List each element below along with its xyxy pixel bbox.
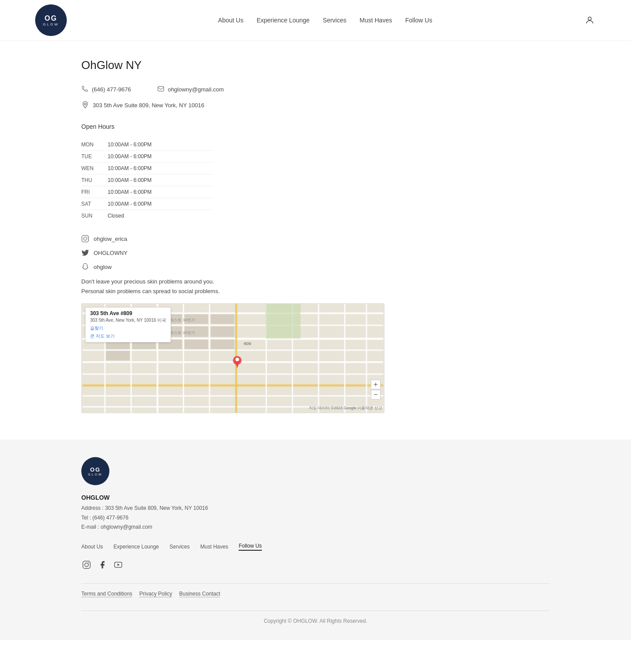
svg-rect-3: [82, 236, 89, 242]
footer-instagram-icon[interactable]: [81, 559, 92, 570]
footer-youtube-icon[interactable]: [113, 559, 123, 570]
svg-rect-24: [318, 304, 319, 413]
logo-og-text: OG: [45, 15, 58, 22]
hours-mon: 10:00AM - 6:00PM: [108, 142, 152, 148]
hours-sat: 10:00AM - 6:00PM: [108, 201, 152, 207]
header: OG GLOW About Us Experience Lounge Servi…: [0, 0, 631, 41]
footer-logo-glow: GLOW: [88, 473, 102, 476]
zoom-in-button[interactable]: +: [371, 380, 381, 389]
footer-tel: (646) 477-9676: [92, 515, 128, 521]
map-location-addr: 303 5th Ave, New York, NY 10016 미국: [90, 317, 166, 323]
svg-rect-10: [83, 349, 383, 351]
footer-nav-follow[interactable]: Follow Us: [239, 543, 262, 551]
email-address: ohglowny@gmail.com: [168, 86, 224, 93]
svg-point-52: [88, 563, 89, 563]
footer-nav-experience[interactable]: Experience Lounge: [113, 544, 159, 550]
day-mon: MON: [81, 142, 108, 148]
user-account-icon[interactable]: [584, 14, 596, 26]
footer-info: Address : 303 5th Ave Suite 809, New Yor…: [81, 504, 550, 532]
nav-experience[interactable]: Experience Lounge: [257, 17, 310, 24]
snapchat-icon: [81, 263, 89, 271]
nav-services[interactable]: Services: [323, 17, 347, 24]
logo[interactable]: OG GLOW: [35, 4, 67, 36]
map-info-box[interactable]: 303 5th Ave #809 303 5th Ave, New York, …: [85, 307, 171, 342]
hours-tue: 10:00AM - 6:00PM: [108, 153, 152, 160]
footer-copyright: Copyright © OHGLOW. All Rights Reserved.: [81, 610, 550, 631]
hours-thu: 10:00AM - 6:00PM: [108, 177, 152, 183]
svg-rect-37: [210, 327, 234, 337]
footer-logo[interactable]: OG GLOW: [81, 457, 109, 485]
hours-table: MON 10:00AM - 6:00PM TUE 10:00AM - 6:00P…: [81, 139, 213, 222]
twitter-handle: OHGLOWNY: [94, 250, 127, 256]
svg-rect-14: [83, 396, 383, 397]
hours-row-thu: THU 10:00AM - 6:00PM: [81, 174, 213, 186]
svg-rect-1: [158, 87, 163, 91]
business-contact-link[interactable]: Business Contact: [179, 591, 220, 597]
svg-point-51: [85, 563, 88, 567]
footer-logo-og: OG: [90, 466, 101, 473]
day-sat: SAT: [81, 201, 108, 207]
footer-address: 303 5th Ave Suite 809, New York, NY 1001…: [105, 505, 208, 511]
svg-rect-13: [83, 385, 383, 387]
logo-glow-text: GLOW: [43, 22, 59, 26]
privacy-link[interactable]: Privacy Policy: [139, 591, 172, 597]
svg-marker-54: [117, 563, 120, 566]
footer-nav-about[interactable]: About Us: [81, 544, 103, 550]
footer-legal: Terms and Conditions Privacy Policy Busi…: [81, 591, 550, 597]
hours-row-fri: FRI 10:00AM - 6:00PM: [81, 186, 213, 198]
day-thu: THU: [81, 177, 108, 183]
instagram-icon: [81, 235, 89, 243]
svg-text:해스트 33번가: 해스트 33번가: [170, 331, 195, 335]
address-text: 303 5th Ave Suite 809, New York, NY 1001…: [93, 102, 204, 109]
snapchat-handle: ohglow: [94, 264, 112, 270]
zoom-out-button[interactable]: −: [371, 390, 381, 400]
map-large-view-link[interactable]: 큰 지도 보기: [90, 333, 166, 339]
svg-point-2: [84, 103, 87, 105]
svg-rect-26: [366, 304, 367, 413]
snapchat-row[interactable]: ohglow: [81, 263, 550, 271]
email-icon: [157, 85, 164, 94]
nav-must-haves[interactable]: Must Haves: [359, 17, 392, 24]
logo-circle: OG GLOW: [35, 4, 67, 36]
footer-brand: OHGLOW: [81, 494, 550, 501]
map-location-name: 303 5th Ave #809: [90, 310, 166, 316]
footer-nav-must-haves[interactable]: Must Haves: [200, 544, 228, 550]
phone-contact: (646) 477-9676: [81, 85, 131, 94]
footer-facebook-icon[interactable]: [97, 559, 108, 570]
svg-rect-36: [210, 314, 234, 324]
nav-about[interactable]: About Us: [218, 17, 243, 24]
email-contact: ohglowny@gmail.com: [157, 85, 224, 94]
terms-link[interactable]: Terms and Conditions: [81, 591, 132, 597]
page-title: OhGlow NY: [81, 58, 550, 72]
day-fri: FRI: [81, 189, 108, 195]
svg-rect-27: [265, 304, 300, 338]
footer-address-label: Address :: [81, 505, 105, 511]
map-container[interactable]: 해스트 34번가 해스트 33번가 809 303 5th Ave #809 3…: [81, 303, 384, 413]
main-nav: About Us Experience Lounge Services Must…: [218, 17, 432, 24]
address-icon: [81, 101, 89, 110]
footer-email: ohglowny@gmail.com: [101, 524, 152, 530]
nav-follow[interactable]: Follow Us: [405, 17, 432, 24]
contact-row: (646) 477-9676 ohglowny@gmail.com: [81, 85, 550, 94]
footer-tel-label: Tel :: [81, 515, 92, 521]
hours-row-sun: SUN Closed: [81, 210, 213, 222]
hours-row-mon: MON 10:00AM - 6:00PM: [81, 139, 213, 151]
hours-row-wen: WEN 10:00AM - 6:00PM: [81, 163, 213, 174]
hours-wen: 10:00AM - 6:00PM: [108, 165, 152, 171]
instagram-row[interactable]: ohglow_erica: [81, 235, 550, 243]
svg-rect-25: [344, 304, 345, 413]
footer-socials: [81, 559, 550, 570]
svg-rect-12: [83, 374, 383, 375]
footer: OG GLOW OHGLOW Address : 303 5th Ave Sui…: [0, 440, 631, 640]
svg-rect-20: [209, 304, 210, 413]
svg-rect-11: [83, 361, 383, 363]
footer-nav-services[interactable]: Services: [170, 544, 190, 550]
svg-point-49: [236, 358, 239, 361]
svg-point-0: [588, 17, 591, 20]
map-zoom-controls: + −: [371, 380, 381, 400]
twitter-row[interactable]: OHGLOWNY: [81, 249, 550, 257]
instagram-handle: ohglow_erica: [94, 236, 127, 242]
map-directions-link[interactable]: 길찾기: [90, 325, 166, 331]
map-placeholder: 해스트 34번가 해스트 33번가 809 303 5th Ave #809 3…: [82, 304, 384, 413]
twitter-icon: [81, 249, 89, 257]
